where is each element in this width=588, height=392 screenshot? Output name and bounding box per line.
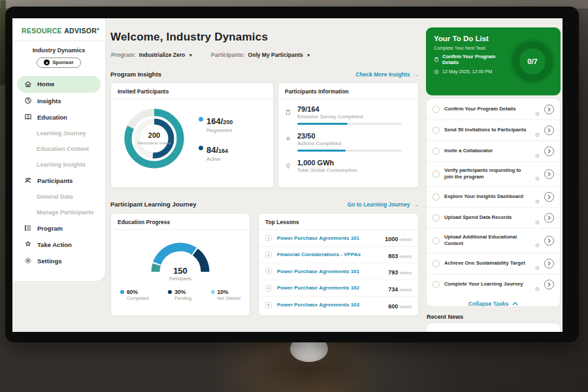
clock-icon: [535, 216, 540, 220]
invited-center-label: Participants Invited: [138, 140, 171, 146]
check-more-insights-link[interactable]: Check More Insights →: [355, 71, 419, 78]
lesson-views: 803: [388, 253, 398, 259]
pending-dot-icon: [168, 290, 172, 294]
lesson-row: 5 Power Purchase Agreements 103 600views: [259, 297, 418, 314]
task-checkbox[interactable]: [433, 148, 440, 155]
clipboard-icon: [434, 57, 439, 62]
task-checkbox[interactable]: [433, 214, 440, 221]
completed-dot-icon: [120, 290, 124, 294]
lesson-link[interactable]: Financial Considerations - VPPAs: [277, 252, 383, 257]
stat-emission-survey: 79/164 Emission Survey Completed: [285, 105, 409, 125]
task-row: Explore Your Insights Dashboard: [427, 187, 560, 208]
task-row: Upload Spend Data Records: [427, 208, 560, 229]
task-row: Upload Additional Educational Content: [427, 229, 560, 253]
invited-center-value: 200: [148, 131, 160, 139]
task-checkbox[interactable]: [433, 171, 440, 178]
emission-progress-bar: [297, 123, 402, 125]
lesson-row: 1 Power Purchase Agreements 101 1000view…: [259, 230, 418, 247]
lesson-rank: 2: [265, 252, 272, 258]
task-checkbox[interactable]: [433, 281, 440, 288]
gear-icon: [24, 257, 32, 265]
lesson-link[interactable]: Power Purchase Agreements 103: [277, 302, 383, 308]
monitor-bezel: RESOURCE ADVISOR+ Industry Dynamics ● Sp…: [5, 7, 579, 342]
sidebar-item-learning-journey[interactable]: Learning Journey: [12, 125, 105, 141]
sidebar-item-learning-insights[interactable]: Learning Insights: [12, 157, 105, 172]
task-open-button[interactable]: [544, 146, 554, 156]
stat-actions-completed: 23/50 Actions Completed: [285, 132, 409, 152]
sponsor-badge[interactable]: ● Sponsor: [37, 57, 80, 68]
clock-icon: [535, 282, 540, 287]
legend-active: 84/164 Active: [199, 144, 233, 162]
legend-not-started: 10% Not Started: [211, 289, 240, 301]
sidebar-item-participants[interactable]: Participants: [12, 172, 105, 189]
lesson-row: 2 Financial Considerations - VPPAs 803vi…: [259, 247, 418, 264]
sidebar-item-general-data[interactable]: General Data: [12, 189, 105, 204]
todo-title: Your To Do List: [434, 35, 507, 42]
task-open-button[interactable]: [544, 280, 554, 289]
task-checkbox[interactable]: [433, 193, 440, 201]
gauge-center-value: 150: [141, 266, 220, 276]
lesson-link[interactable]: Power Purchase Agreements 101: [277, 235, 380, 241]
lesson-link[interactable]: Power Purchase Agreements 102: [277, 285, 383, 291]
lesson-rank: 3: [265, 268, 272, 274]
collapse-tasks-link[interactable]: Collapse Tasks: [427, 295, 560, 307]
participants-information-card: Participants Information 79/164 Emission…: [278, 82, 419, 188]
sidebar: RESOURCE ADVISOR+ Industry Dynamics ● Sp…: [12, 18, 105, 281]
sidebar-item-take-action[interactable]: Take Action: [12, 237, 105, 253]
task-row: Achieve One Sustainability Target: [427, 253, 560, 274]
sidebar-item-manage-participants[interactable]: Manage Participants: [12, 204, 105, 220]
education-progress-title: Education Progress: [111, 214, 250, 230]
task-open-button[interactable]: [544, 169, 554, 179]
participants-filter[interactable]: Participants: Only My Participants ▼: [211, 52, 311, 58]
sidebar-item-insights[interactable]: Insights: [12, 93, 105, 109]
sidebar-item-education[interactable]: Education: [12, 109, 105, 125]
task-checkbox[interactable]: [433, 106, 440, 113]
task-row: Confirm Your Program Details: [427, 99, 560, 120]
arrow-right-icon: →: [414, 71, 419, 78]
sidebar-item-home[interactable]: Home: [17, 76, 101, 93]
participants-filter-value: Only My Participants: [248, 52, 303, 58]
top-lessons-title: Top Lessons: [259, 214, 418, 230]
chevron-down-icon: ▼: [306, 53, 311, 57]
chevron-up-icon: [512, 302, 518, 306]
recent-news-heading: Recent News: [427, 314, 463, 320]
stat-global-consumption: 1,000 GWh Total Global Consumption: [285, 159, 409, 176]
lesson-row: 3 Power Purchase Agreements 101 793views: [259, 263, 418, 280]
photo-scene: RESOURCE ADVISOR+ Industry Dynamics ● Sp…: [0, 0, 588, 392]
program-filter[interactable]: Program: Industrialize Zero ▼: [111, 52, 193, 58]
action-icon: [24, 240, 32, 248]
page-title: Welcome, Industry Dynamics: [110, 31, 268, 44]
legend-registered: 164/200 Registered: [199, 115, 233, 133]
lesson-views: 600: [388, 303, 398, 310]
education-gauge-chart: 150 Participants: [141, 238, 220, 281]
recent-news-card: [426, 323, 561, 332]
home-icon: [24, 80, 32, 88]
sidebar-item-program[interactable]: Program: [12, 220, 105, 237]
todo-tasks-card: Confirm Your Program Details Send 50 Inv…: [426, 98, 561, 307]
sidebar-item-education-content[interactable]: Education Content: [12, 141, 105, 157]
task-checkbox[interactable]: [433, 260, 440, 267]
task-row: Verify participants requesting to join t…: [427, 162, 560, 187]
todo-subtitle: Complete Your Next Task:: [434, 46, 507, 50]
invited-donut-chart: 200 Participants Invited: [120, 105, 188, 172]
task-checkbox[interactable]: [433, 127, 440, 134]
lesson-link[interactable]: Power Purchase Agreements 101: [277, 269, 383, 274]
task-open-button[interactable]: [544, 125, 554, 135]
go-to-learning-journey-link[interactable]: Go to Learning Journey →: [348, 201, 419, 208]
task-open-button[interactable]: [544, 213, 554, 223]
program-insights-heading: Program Insights: [110, 71, 161, 78]
program-filter-label: Program:: [111, 52, 136, 58]
sidebar-item-settings[interactable]: Settings: [12, 253, 105, 269]
actions-progress-bar: [297, 150, 402, 152]
clock-icon: [535, 149, 540, 154]
clock-icon: [535, 107, 540, 112]
app-logo: RESOURCE ADVISOR+: [12, 18, 105, 41]
task-open-button[interactable]: [544, 192, 554, 202]
task-open-button[interactable]: [544, 236, 554, 246]
task-open-button[interactable]: [544, 259, 554, 269]
legend-completed: 60% Completed: [120, 289, 149, 301]
task-checkbox[interactable]: [433, 237, 440, 244]
top-lessons-card: Top Lessons 1 Power Purchase Agreements …: [258, 213, 419, 316]
clock-icon: [535, 261, 540, 266]
task-open-button[interactable]: [544, 105, 554, 114]
